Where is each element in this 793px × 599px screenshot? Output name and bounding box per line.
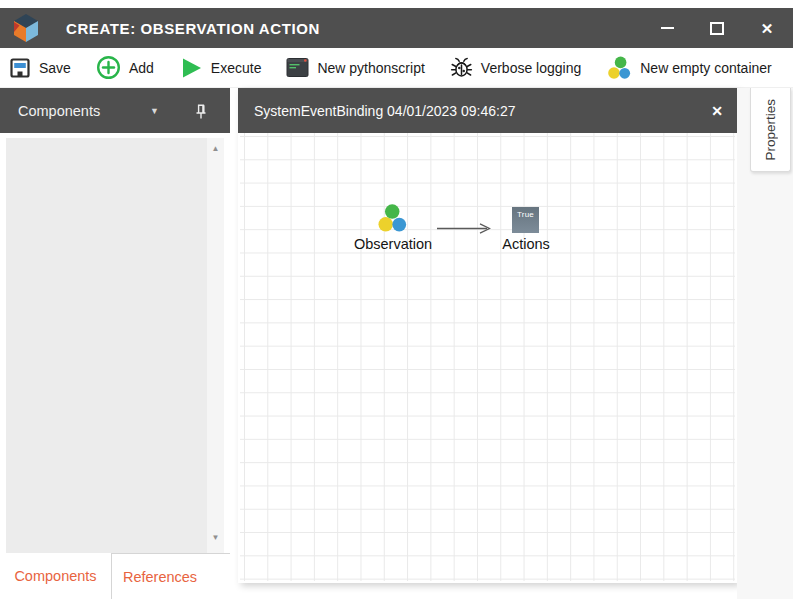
app-logo-icon bbox=[13, 14, 39, 42]
scroll-down-button[interactable]: ▼ bbox=[207, 534, 224, 542]
toolbar-item-label: Save bbox=[39, 60, 71, 76]
verbose-logging-button[interactable]: Verbose logging bbox=[447, 54, 584, 81]
components-list bbox=[6, 138, 207, 553]
toolbar: Save Add Execute New pytho bbox=[0, 48, 793, 88]
tab-components[interactable]: Components bbox=[0, 553, 112, 599]
tab-properties[interactable]: Properties bbox=[750, 88, 791, 172]
tab-references[interactable]: References bbox=[112, 554, 208, 599]
maximize-icon bbox=[710, 22, 724, 35]
add-button[interactable]: Add bbox=[93, 53, 157, 82]
execute-button[interactable]: Execute bbox=[176, 54, 265, 82]
components-panel: Components ▼ ▲ ▼ Components References bbox=[0, 88, 230, 599]
window-controls: ✕ bbox=[657, 8, 777, 48]
bug-icon bbox=[450, 56, 473, 79]
save-button[interactable]: Save bbox=[6, 55, 74, 81]
tab-properties-label: Properties bbox=[763, 99, 778, 161]
actions-node-label: Actions bbox=[486, 236, 566, 252]
connection-arrow bbox=[436, 222, 498, 235]
scroll-up-button[interactable]: ▲ bbox=[207, 145, 224, 153]
observation-node-icon[interactable] bbox=[376, 204, 408, 233]
document-close-icon[interactable]: ✕ bbox=[711, 103, 723, 119]
sidebar-tab-strip: Components References bbox=[0, 553, 230, 599]
toolbar-item-label: New empty container bbox=[640, 60, 772, 76]
design-canvas[interactable]: Observation True Actions bbox=[240, 133, 735, 581]
add-circle-icon bbox=[96, 55, 121, 80]
minimize-icon bbox=[661, 27, 674, 29]
minimize-button[interactable] bbox=[657, 18, 677, 38]
actions-node-badge: True bbox=[512, 207, 539, 219]
maximize-button[interactable] bbox=[707, 18, 727, 38]
close-icon: ✕ bbox=[761, 21, 774, 36]
components-list-scrollbar[interactable]: ▲ ▼ bbox=[207, 138, 224, 553]
save-floppy-icon bbox=[9, 57, 31, 79]
terminal-icon bbox=[286, 57, 309, 78]
chevron-down-icon[interactable]: ▼ bbox=[150, 106, 159, 116]
tab-references-label: References bbox=[123, 569, 197, 585]
toolbar-item-label: Add bbox=[129, 60, 154, 76]
new-pythonscript-button[interactable]: New pythonscript bbox=[283, 55, 427, 80]
window-title: CREATE: OBSERVATION ACTION bbox=[66, 20, 320, 37]
toolbar-item-label: New pythonscript bbox=[317, 60, 424, 76]
document-panel: SystemEventBinding 04/01/2023 09:46:27 ✕… bbox=[238, 88, 737, 583]
document-tab-title: SystemEventBinding 04/01/2023 09:46:27 bbox=[254, 103, 516, 119]
actions-node-box[interactable]: True bbox=[512, 207, 539, 233]
document-tab-header: SystemEventBinding 04/01/2023 09:46:27 ✕ bbox=[238, 88, 737, 133]
pin-icon[interactable] bbox=[194, 102, 208, 119]
close-button[interactable]: ✕ bbox=[757, 18, 777, 38]
observation-node-label: Observation bbox=[343, 236, 443, 252]
components-panel-title: Components bbox=[18, 103, 100, 119]
tab-components-label: Components bbox=[14, 568, 96, 584]
container-dots-icon bbox=[606, 56, 632, 80]
components-panel-header: Components ▼ bbox=[0, 88, 230, 133]
application-window: CREATE: OBSERVATION ACTION ✕ Save Add bbox=[0, 0, 793, 599]
play-icon bbox=[179, 56, 203, 80]
new-empty-container-button[interactable]: New empty container bbox=[603, 54, 775, 82]
titlebar: CREATE: OBSERVATION ACTION ✕ bbox=[0, 8, 793, 48]
toolbar-item-label: Execute bbox=[211, 60, 262, 76]
sidebar-tab-strip-rest: References bbox=[112, 553, 230, 599]
toolbar-item-label: Verbose logging bbox=[481, 60, 581, 76]
